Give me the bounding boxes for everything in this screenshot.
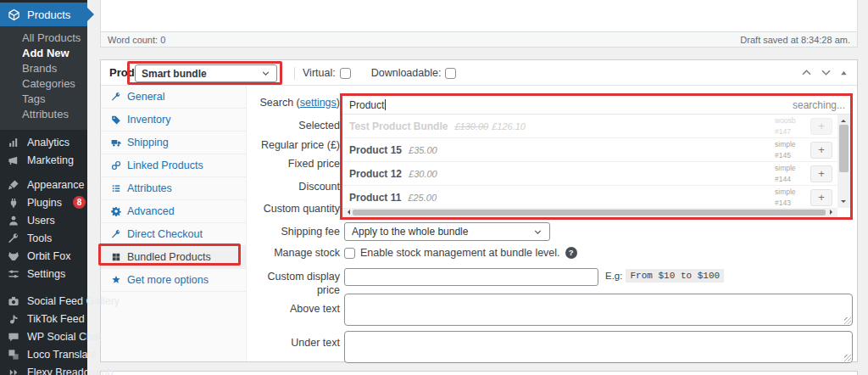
tab-linked-products[interactable]: Linked Products — [101, 154, 246, 177]
manage-stock-checkbox-label: Enable stock management at bundle level. — [360, 247, 560, 259]
sidebar-item-tools[interactable]: Tools — [0, 229, 87, 247]
add-product-button[interactable]: + — [810, 189, 832, 206]
scroll-left-arrow-icon[interactable] — [345, 210, 350, 215]
under-text-label: Under text — [247, 336, 340, 350]
search-result-row[interactable]: Product 12 £30.00 simple#144 + — [342, 162, 837, 186]
sidebar-item-analytics[interactable]: Analytics — [0, 133, 87, 151]
scroll-right-arrow-icon[interactable] — [830, 210, 835, 215]
sidebar-item-attributes[interactable]: Attributes — [0, 107, 87, 122]
search-result-row[interactable]: Product 11 £25.00 simple#143 + — [342, 186, 837, 208]
tab-inventory[interactable]: Inventory — [101, 109, 246, 132]
regular-price-label: Regular price (£) — [247, 138, 340, 152]
direct-checkout-icon — [111, 229, 121, 239]
sidebar-item-tiktok-feed[interactable]: TikTok Feed — [0, 310, 87, 327]
add-product-button[interactable]: + — [810, 142, 832, 159]
plugins-icon — [8, 197, 19, 209]
orbit-fox-icon — [8, 250, 19, 262]
sidebar-item-all-products[interactable]: All Products — [0, 31, 87, 46]
post-editor-box: Word count: 0 Draft saved at 8:34:28 am. — [100, 0, 858, 48]
chevron-down-icon — [533, 227, 542, 237]
product-search-input[interactable]: Product searching... — [342, 96, 850, 115]
above-text-label: Above text — [247, 302, 340, 316]
manage-stock-row: Enable stock management at bundle level.… — [344, 247, 577, 259]
sidebar-item-add-new[interactable]: Add New — [0, 46, 87, 61]
products-icon — [8, 8, 20, 21]
custom-display-price-input[interactable] — [344, 268, 598, 286]
advanced-icon — [111, 206, 121, 216]
scroll-down-arrow-icon[interactable] — [841, 200, 846, 205]
price-format-example: From $10 to $100 — [626, 269, 724, 283]
manage-stock-checkbox[interactable] — [344, 248, 355, 259]
move-up-icon[interactable] — [800, 66, 813, 79]
linked-products-icon — [111, 160, 121, 171]
sidebar-item-loco-translate[interactable]: Loco Translate — [0, 345, 87, 363]
products-submenu: All Products Add New Brands Categories T… — [0, 26, 87, 130]
tab-attributes[interactable]: Attributes — [101, 177, 246, 200]
sidebar-item-users[interactable]: Users — [0, 211, 87, 229]
admin-content: Word count: 0 Draft saved at 8:34:28 am.… — [87, 0, 868, 375]
users-icon — [8, 215, 19, 227]
product-data-metabox: Product data — Smart bundle Virtual: Dow… — [100, 59, 858, 362]
vertical-scrollbar[interactable] — [837, 115, 850, 208]
social-feed-gallery-icon — [8, 295, 19, 307]
shipping-fee-value: Apply to the whole bundle — [352, 226, 468, 238]
get-more-options-icon — [111, 275, 121, 285]
sidebar-item-brands[interactable]: Brands — [0, 61, 87, 76]
search-query-text: Product — [349, 99, 384, 111]
next-metabox-edge — [100, 371, 858, 375]
sidebar-item-tags[interactable]: Tags — [0, 92, 87, 107]
scroll-up-arrow-icon[interactable] — [841, 117, 846, 122]
sidebar-item-categories[interactable]: Categories — [0, 76, 87, 92]
appearance-icon — [8, 179, 19, 191]
product-type-options: Virtual: Downloadable: — [303, 60, 456, 86]
search-result-row: Test Product Bundle £130.00£126.10 woosb… — [342, 115, 837, 138]
shipping-fee-select[interactable]: Apply to the whole bundle — [344, 222, 550, 241]
flexy-breadcrumb-icon — [8, 367, 19, 375]
vertical-scroll-thumb[interactable] — [839, 125, 849, 172]
above-text-textarea[interactable] — [344, 294, 853, 326]
inventory-icon — [111, 115, 121, 125]
add-product-button[interactable]: + — [810, 165, 832, 182]
sidebar-item-orbit-fox[interactable]: Orbit Fox — [0, 247, 87, 265]
custom-display-price-hint: E.g: From $10 to $100 — [605, 269, 724, 283]
sidebar-item-appearance[interactable]: Appearance — [0, 176, 87, 193]
searching-status: searching... — [793, 99, 845, 111]
sidebar-item-plugins[interactable]: Plugins8 — [0, 193, 87, 211]
text-cursor — [385, 99, 386, 110]
sidebar-item-marketing[interactable]: Marketing — [0, 151, 87, 169]
admin-menu: Analytics Marketing Appearance Plugins8 … — [0, 133, 87, 375]
word-count: Word count: 0 — [108, 35, 165, 45]
horizontal-scroll-thumb[interactable] — [353, 210, 826, 215]
product-type-select[interactable]: Smart bundle — [135, 64, 277, 82]
downloadable-checkbox[interactable] — [445, 68, 456, 79]
plugins-update-badge: 8 — [73, 196, 86, 209]
fixed-price-label: Fixed price — [247, 157, 340, 171]
search-results-list: Test Product Bundle £130.00£126.10 woosb… — [342, 115, 837, 208]
under-text-textarea[interactable] — [344, 331, 853, 363]
sidebar-item-social-feed-gallery[interactable]: Social Feed Gallery — [0, 292, 87, 310]
sidebar-item-settings[interactable]: Settings — [0, 265, 87, 283]
toggle-panel-icon[interactable] — [839, 69, 849, 78]
shipping-icon — [111, 137, 121, 148]
virtual-checkbox[interactable] — [340, 68, 351, 79]
tab-bundled-products[interactable]: Bundled Products — [101, 246, 246, 269]
bundled-products-panel: Search (settings) Selected Regular price… — [247, 86, 857, 361]
search-result-row[interactable]: Product 15 £35.00 simple#145 + — [342, 138, 837, 162]
sidebar-item-products[interactable]: Products — [0, 3, 87, 26]
draft-saved-status: Draft saved at 8:34:28 am. — [740, 35, 850, 45]
help-icon[interactable]: ? — [565, 247, 577, 259]
horizontal-scrollbar[interactable] — [342, 208, 837, 217]
header-divider — [294, 67, 295, 80]
move-down-icon[interactable] — [820, 66, 832, 79]
settings-icon — [8, 268, 19, 280]
settings-link[interactable]: settings — [300, 97, 337, 109]
tab-advanced[interactable]: Advanced — [101, 200, 246, 223]
tab-get-more-options[interactable]: Get more options — [101, 269, 246, 292]
tab-general[interactable]: General — [101, 86, 246, 109]
tab-direct-checkout[interactable]: Direct Checkout — [101, 223, 246, 246]
tools-icon — [8, 232, 19, 244]
tab-shipping[interactable]: Shipping — [101, 132, 246, 154]
sidebar-item-wp-social-chat[interactable]: WP Social Chat — [0, 327, 87, 345]
selected-label: Selected — [247, 119, 340, 132]
sidebar-item-flexy-breadcrumb[interactable]: Flexy Breadcrumb — [0, 363, 87, 375]
